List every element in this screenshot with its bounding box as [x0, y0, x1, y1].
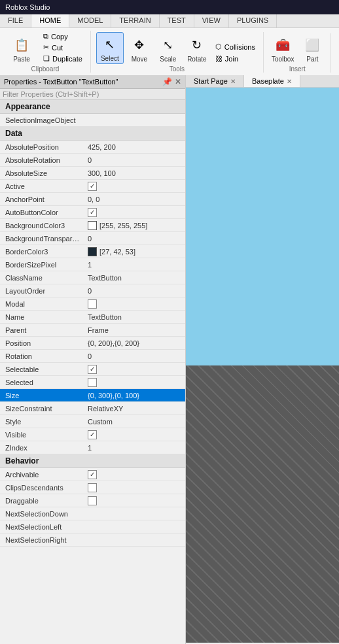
visible-checkbox[interactable] [88, 430, 97, 439]
prop-anchorpoint[interactable]: AnchorPoint 0, 0 [0, 193, 185, 206]
collisions-button[interactable]: ⬡ Collisions [213, 41, 258, 52]
prop-absoluterotation[interactable]: AbsoluteRotation 0 [0, 154, 185, 167]
properties-panel: Properties - TextButton "TextButton" 📌 ✕… [0, 75, 186, 644]
prop-sizeconstraint[interactable]: SizeConstraint RelativeXY [0, 402, 185, 415]
prop-parent[interactable]: Parent Frame [0, 324, 185, 337]
prop-backgroundtransparency[interactable]: BackgroundTransparency 0 [0, 232, 185, 245]
move-button[interactable]: ✥ Move [126, 33, 152, 64]
selected-checkbox[interactable] [88, 378, 97, 387]
rotate-label: Rotate [187, 56, 206, 63]
ribbon-tabs: FILE HOME MODEL TERRAIN TEST VIEW PLUGIN… [0, 14, 339, 28]
prop-selected[interactable]: Selected [0, 376, 185, 389]
tab-view[interactable]: VIEW [194, 14, 229, 27]
clipboard-small-buttons: ⧉ Copy ✂ Cut ❏ Duplicate [41, 31, 85, 64]
prop-nextselectiondown[interactable]: NextSelectionDown [0, 507, 185, 520]
duplicate-button[interactable]: ❏ Duplicate [41, 53, 85, 64]
main-layout: Properties - TextButton "TextButton" 📌 ✕… [0, 75, 339, 644]
prop-autobuttoncolor[interactable]: AutoButtonColor [0, 206, 185, 219]
move-icon: ✥ [129, 35, 150, 56]
panel-pin-icon[interactable]: 📌 [162, 77, 172, 86]
prop-nextselectionright[interactable]: NextSelectionRight [0, 534, 185, 547]
backgroundcolor3-swatch [88, 221, 97, 230]
join-button[interactable]: ⛓ Join [213, 54, 258, 64]
select-button[interactable]: ↖ Select [96, 32, 124, 64]
prop-modal[interactable]: Modal [0, 297, 185, 311]
tab-terrain[interactable]: TERRAIN [111, 14, 159, 27]
toolbox-button[interactable]: 🧰 Toolbox [269, 33, 296, 64]
panel-header-icons: 📌 ✕ [162, 77, 181, 86]
startpage-tab-label: Start Page [194, 77, 228, 85]
prop-nextselectionleft[interactable]: NextSelectionLeft [0, 520, 185, 534]
viewport: Start Page ✕ Baseplate ✕ [186, 75, 339, 644]
clipboard-buttons: 📋 Paste ⧉ Copy ✂ Cut ❏ Duplicate [5, 31, 85, 64]
tools-buttons: ↖ Select ✥ Move ⤡ Scale ↻ Rotate ⬡ Colli… [96, 32, 258, 64]
tab-model[interactable]: MODEL [69, 14, 111, 27]
active-checkbox[interactable] [88, 182, 97, 191]
cut-button[interactable]: ✂ Cut [41, 42, 85, 53]
tab-baseplate[interactable]: Baseplate ✕ [244, 75, 300, 87]
panel-header: Properties - TextButton "TextButton" 📌 ✕ [0, 75, 185, 89]
tab-test[interactable]: TEST [160, 14, 194, 27]
viewport-canvas [186, 88, 339, 643]
part-button[interactable]: ⬜ Part [299, 33, 325, 64]
modal-checkbox[interactable] [88, 299, 97, 309]
tab-plugins[interactable]: PLUGINS [229, 14, 277, 27]
paste-icon: 📋 [11, 35, 32, 56]
baseplate-close-icon[interactable]: ✕ [287, 78, 292, 85]
move-label: Move [132, 56, 147, 63]
copy-button[interactable]: ⧉ Copy [41, 31, 85, 42]
draggable-checkbox[interactable] [88, 496, 97, 505]
panel-header-left: Properties - TextButton "TextButton" [4, 78, 118, 86]
bordercolor3-swatch [88, 247, 97, 256]
panel-title: Properties - TextButton "TextButton" [4, 78, 118, 86]
prop-size[interactable]: Size {0, 300},{0, 100} [0, 389, 185, 402]
viewport-tabs: Start Page ✕ Baseplate ✕ [186, 75, 339, 88]
startpage-close-icon[interactable]: ✕ [230, 78, 236, 85]
select-icon: ↖ [99, 34, 120, 55]
prop-name[interactable]: Name TextButton [0, 311, 185, 324]
prop-draggable[interactable]: Draggable [0, 494, 185, 507]
prop-absolutesize[interactable]: AbsoluteSize 300, 100 [0, 167, 185, 180]
properties-scroll[interactable]: Appearance SelectionImageObject Data Abs… [0, 100, 185, 644]
prop-bordersizepixel[interactable]: BorderSizePixel 1 [0, 258, 185, 271]
rotate-button[interactable]: ↻ Rotate [184, 33, 210, 64]
prop-selectable[interactable]: Selectable [0, 363, 185, 376]
selectable-checkbox[interactable] [88, 365, 97, 374]
tab-home[interactable]: HOME [31, 14, 69, 27]
paste-button[interactable]: 📋 Paste [5, 33, 38, 64]
prop-bordercolor3[interactable]: BorderColor3 [27, 42, 53] [0, 245, 185, 258]
filter-bar[interactable]: Filter Properties (Ctrl+Shift+P) [0, 89, 185, 100]
autobuttoncolor-checkbox[interactable] [88, 208, 97, 217]
prop-rotation[interactable]: Rotation 0 [0, 350, 185, 363]
paste-label: Paste [13, 56, 30, 63]
prop-classname[interactable]: ClassName TextButton [0, 271, 185, 284]
rotate-icon: ↻ [187, 35, 207, 56]
prop-position[interactable]: Position {0, 200},{0, 200} [0, 337, 185, 350]
prop-selectionimageobject[interactable]: SelectionImageObject [0, 114, 185, 127]
baseplate-tab-label: Baseplate [252, 77, 284, 85]
ribbon: 📋 Paste ⧉ Copy ✂ Cut ❏ Duplicate Clipboa… [0, 28, 339, 75]
prop-visible[interactable]: Visible [0, 428, 185, 441]
tab-startpage[interactable]: Start Page ✕ [186, 75, 244, 87]
prop-layoutorder[interactable]: LayoutOrder 0 [0, 284, 185, 297]
insert-group: 🧰 Toolbox ⬜ Part Insert [264, 33, 331, 73]
prop-backgroundcolor3[interactable]: BackgroundColor3 [255, 255, 255] [0, 219, 185, 232]
scale-label: Scale [160, 56, 176, 63]
clipsdescendants-checkbox[interactable] [88, 483, 97, 492]
prop-clipsdescendants[interactable]: ClipsDescendants [0, 481, 185, 494]
insert-label: Insert [289, 65, 306, 73]
archivable-checkbox[interactable] [88, 470, 97, 479]
app-title: Roblox Studio [5, 3, 50, 11]
cut-icon: ✂ [43, 43, 49, 52]
insert-buttons: 🧰 Toolbox ⬜ Part [269, 33, 325, 64]
tab-file[interactable]: FILE [0, 14, 31, 27]
select-label: Select [101, 55, 119, 62]
prop-archivable[interactable]: Archivable [0, 468, 185, 481]
viewport-ground [186, 365, 339, 643]
prop-active[interactable]: Active [0, 180, 185, 193]
prop-zindex[interactable]: ZIndex 1 [0, 441, 185, 454]
prop-absoluteposition[interactable]: AbsolutePosition 425, 200 [0, 141, 185, 154]
scale-button[interactable]: ⤡ Scale [155, 33, 181, 64]
panel-close-icon[interactable]: ✕ [175, 77, 181, 86]
prop-style[interactable]: Style Custom [0, 415, 185, 428]
